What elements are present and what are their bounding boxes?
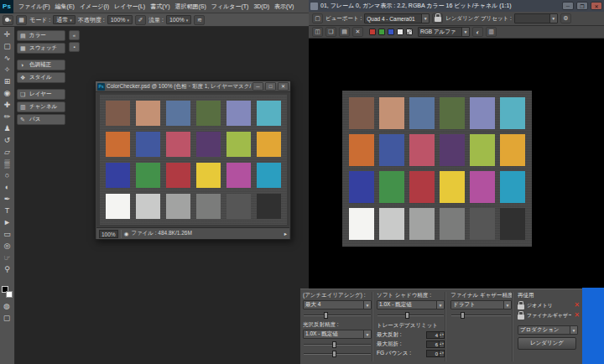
menu-item[interactable]: フィルター(T) [209,0,252,13]
red-channel-icon[interactable] [369,29,376,35]
lasso-tool[interactable]: ∿ [1,52,14,64]
menu-item[interactable]: ファイル(F) [16,0,53,13]
document-canvas[interactable] [96,93,289,226]
render-button[interactable]: レンダリング [518,337,576,350]
menu-item[interactable]: イメージ(I) [77,0,112,13]
color-swatches[interactable] [0,285,15,300]
flow-dropdown[interactable]: 100%▾ [166,15,191,24]
eraser-tool[interactable]: ▱ [1,146,14,158]
channel-display-dropdown[interactable]: RGB アルファ▼ [418,27,470,37]
menu-item[interactable]: 編集(E) [53,0,77,13]
save-image-icon[interactable]: ◫ [312,27,323,37]
minimize-button[interactable]: ─ [253,82,263,91]
spinner-arrows-icon[interactable]: ▲▼ [439,332,444,338]
screen-mode-tool[interactable]: ▢ [0,312,13,324]
soft-shadow-slider[interactable] [378,312,444,319]
status-menu-arrow-icon[interactable]: ▸ [284,231,287,237]
histogram-icon[interactable]: ▥ [486,27,497,37]
gradient-tool[interactable]: ▒ [1,158,14,169]
panel-button-adjustments[interactable]: ◑色調補正 [17,60,65,70]
render-preset-dropdown[interactable]: ▼ [514,13,558,23]
clone-window-icon[interactable]: ❏ [325,27,336,37]
panel-button-swatches[interactable]: ▦スウォッチ [17,43,65,54]
quick-mask-tool[interactable]: ◍ [0,300,13,312]
limit-spinner[interactable]: 6▲▼ [426,341,445,348]
type-tool[interactable]: T [1,205,14,216]
expand-panels-button[interactable]: ▪ [69,42,80,52]
zoom-tool[interactable]: ⚲ [1,263,14,275]
dodge-tool[interactable]: ◐ [1,181,14,193]
render-setup-icon[interactable]: ⚙ [560,13,571,23]
brush-tool[interactable]: ✏ [1,111,14,122]
brush-panel-toggle-icon[interactable]: ▦ [16,15,27,25]
3d-orbit-tool[interactable]: ◎ [1,240,14,252]
menu-item[interactable]: 書式(Y) [148,0,172,13]
clear-button[interactable]: ✕ [574,302,580,309]
alpha-channel-icon[interactable] [406,29,413,35]
blur-tool[interactable]: ○ [1,169,14,181]
clear-button[interactable]: ✕ [574,312,580,319]
glossy-refraction-slider[interactable] [304,351,371,357]
menu-item[interactable]: レイヤー(L) [112,0,148,13]
spinner-arrows-icon[interactable]: ▲▼ [439,341,444,347]
render-window-titlebar[interactable]: 01, フレーム 0, ガンマ表示 : 2.2, RGBA カラー 16 ビット… [309,0,604,12]
limit-spinner[interactable]: 0▲▼ [426,350,445,357]
maximize-button[interactable]: ❐ [576,2,588,10]
airbrush-icon[interactable]: ≋ [194,15,205,25]
move-tool[interactable]: ✛ [1,29,14,40]
panel-button-color[interactable]: ▤カラー [17,30,65,41]
opacity-dropdown[interactable]: 100%▾ [107,15,133,24]
blue-channel-icon[interactable] [388,29,394,35]
hand-tool[interactable]: ☞ [1,252,14,263]
lock-icon[interactable] [518,315,524,320]
spinner-arrows-icon[interactable]: ▲▼ [439,351,444,356]
blend-mode-dropdown[interactable]: 通常▾ [53,15,76,24]
edit-region-icon[interactable]: ▢ [312,13,323,23]
close-button[interactable]: ✕ [278,82,289,91]
history-brush-tool[interactable]: ↺ [1,134,14,146]
menu-item[interactable]: 表示(V) [272,0,296,13]
green-channel-icon[interactable] [378,29,385,35]
panel-button-layers[interactable]: ❏レイヤー [17,89,65,100]
photoshop-logo-icon[interactable]: Ps [0,0,13,13]
shape-tool[interactable]: ▭ [1,228,14,240]
tool-preset-dropdown[interactable]: ▾ [3,15,13,25]
document-titlebar[interactable]: Ps ColorChecker.psd @ 100% (色相・彩度 1, レイヤ… [96,81,290,92]
mono-channel-icon[interactable] [397,29,404,35]
panel-button-channels[interactable]: ▥チャンネル [17,101,65,112]
close-button[interactable]: ✕ [591,2,602,10]
pressure-opacity-icon[interactable]: ✐ [135,15,146,25]
soft-shadow-dropdown[interactable]: 1.0X - 既定値▼ [377,300,445,309]
path-selection-tool[interactable]: ► [1,216,14,228]
lock-viewport-icon[interactable] [432,13,443,23]
render-mode-dropdown[interactable]: プロダクション▼ [518,325,578,335]
lock-icon[interactable] [518,304,524,309]
crop-tool[interactable]: ⊞ [1,75,14,87]
eyedropper-tool[interactable]: ◉ [1,87,14,99]
panel-button-paths[interactable]: ✎パス [17,114,65,125]
aa-dropdown[interactable]: 最大 4▼ [303,300,372,309]
menu-item[interactable]: 3D(D) [251,0,272,13]
healing-brush-tool[interactable]: ✚ [1,99,14,111]
zoom-level-field[interactable]: 100% [99,230,118,238]
print-image-icon[interactable]: ▤ [339,27,350,37]
final-gather-dropdown[interactable]: ドラフト▼ [450,300,512,309]
quick-selection-tool[interactable]: ✧ [1,64,14,75]
final-gather-slider[interactable] [451,312,511,319]
glossy-reflection-dropdown[interactable]: 1.0X - 既定値▼ [303,330,372,339]
maximize-button[interactable]: □ [265,82,276,91]
render-viewport[interactable] [309,39,604,289]
aa-slider[interactable] [304,312,371,319]
marquee-tool[interactable]: ▢ [1,40,14,52]
background-color-swatch[interactable] [6,291,13,298]
color-correction-icon[interactable]: ◐ [472,27,483,37]
minimize-button[interactable]: ─ [562,2,574,10]
limit-spinner[interactable]: 4▲▼ [426,331,445,339]
menu-item[interactable]: 選択範囲(S) [172,0,208,13]
glossy-reflection-slider[interactable] [304,341,371,348]
panel-button-styles[interactable]: ❖スタイル [17,72,65,83]
viewport-dropdown[interactable]: Quad 4 - Camera01▼ [364,13,430,23]
clear-icon[interactable]: ✕ [352,27,363,37]
collapse-panels-button[interactable]: « [69,30,80,40]
pen-tool[interactable]: ✒ [1,193,14,205]
